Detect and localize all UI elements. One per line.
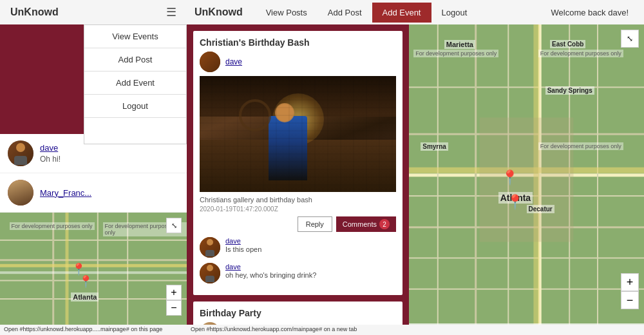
comment-avatar-1 <box>200 237 220 258</box>
big-map-dev-3: For development purposes only <box>538 142 623 150</box>
svg-rect-18 <box>437 24 439 335</box>
avatar-dave <box>8 140 33 166</box>
left-header: UnKnowd ☰ <box>0 0 187 24</box>
big-map-pin-2: 📍 <box>506 194 524 211</box>
comments-badge-1: 2 <box>379 219 390 229</box>
top-nav: UnKnowd View Posts Add Post Add Event Lo… <box>187 0 644 24</box>
nav-add-post[interactable]: Add Post <box>317 3 372 23</box>
left-map-dev-1: For development purposes only <box>10 222 95 230</box>
hamburger-icon[interactable]: ☰ <box>166 5 176 19</box>
svg-rect-9 <box>0 271 187 274</box>
left-status-bar: Open #https://unknowd.herokuapp.....main… <box>0 325 187 335</box>
comment-2: dave oh hey, who's bringing drink? <box>200 263 396 283</box>
svg-rect-19 <box>475 24 477 335</box>
comments-label-1: Comments <box>343 220 377 228</box>
comment-body-1: dave Is this open <box>225 237 261 254</box>
post-image-1 <box>200 76 396 192</box>
svg-rect-1 <box>0 280 187 282</box>
right-panel: UnKnowd View Posts Add Post Add Event Lo… <box>187 0 644 335</box>
comment-author-link-2[interactable]: dave <box>225 263 316 271</box>
svg-rect-17 <box>409 289 644 290</box>
big-map-sandy-springs: Sandy Springs <box>545 86 594 95</box>
big-map-zoom-controls: + − <box>621 273 639 309</box>
user-link-dave[interactable]: dave <box>40 143 61 153</box>
svg-rect-16 <box>409 258 644 259</box>
svg-rect-2 <box>0 240 187 241</box>
big-map-dev-2: For development purposes only <box>538 50 623 57</box>
big-map: Atlanta For development purposes only Fo… <box>409 24 644 335</box>
post-description-1: Christians gallery and birthday bash <box>200 196 396 204</box>
user-info-mary: Mary_Franc... <box>40 188 91 198</box>
big-map-decatur: Decatur <box>527 205 554 213</box>
dropdown-menu: View Events Add Post Add Event Logout We… <box>84 24 187 144</box>
post-date-1: 2020-01-19T01:47:20.000Z <box>200 206 396 213</box>
comment-1: dave Is this open <box>200 237 396 258</box>
right-status-bar: Open #https://unknowd.herokuapp.com/main… <box>187 325 644 335</box>
left-map: 📍 📍 Atlanta For development purposes onl… <box>0 213 187 335</box>
left-brand: UnKnowd <box>10 6 59 18</box>
comment-text-2: oh hey, who's bringing drink? <box>225 271 316 279</box>
svg-rect-11 <box>409 86 644 88</box>
dropdown-logout[interactable]: Logout <box>84 95 186 118</box>
user-info-dave: dave Oh hi! <box>40 143 61 164</box>
big-map-pin-1: 📍 <box>501 169 518 186</box>
right-brand: UnKnowd <box>194 6 243 18</box>
left-map-pin-2: 📍 <box>79 274 93 289</box>
post-header-1: dave <box>200 52 396 72</box>
big-map-svg <box>409 24 644 335</box>
user-card-mary: Mary_Franc... <box>0 173 187 213</box>
dropdown-add-post[interactable]: Add Post <box>84 48 186 72</box>
post-title-2: Birthday Party <box>200 308 396 318</box>
left-panel: UnKnowd ☰ View Events Add Post Add Event… <box>0 0 187 335</box>
feed: Christian's Birthday Bash dave <box>187 24 409 335</box>
dropdown-view-events[interactable]: View Events <box>84 25 186 48</box>
big-map-eastcobb: East Cobb <box>550 40 585 48</box>
left-map-bg: 📍 📍 Atlanta For development purposes onl… <box>0 213 187 335</box>
right-welcome: Welcome back dave! <box>544 8 636 17</box>
svg-rect-0 <box>0 259 187 261</box>
post-author-link-1[interactable]: dave <box>225 57 242 66</box>
nav-view-posts[interactable]: View Posts <box>256 3 317 23</box>
comment-text-1: Is this open <box>225 245 261 253</box>
user-bio-dave: Oh hi! <box>40 155 61 164</box>
big-map-zoom-out[interactable]: − <box>621 291 639 309</box>
nav-links: View Posts Add Post Add Event Logout <box>256 3 544 23</box>
left-map-zoom-out[interactable]: − <box>166 300 182 316</box>
left-map-expand-button[interactable]: ⤡ <box>166 218 182 233</box>
big-map-marietta: Marietta <box>444 40 475 49</box>
nav-add-event[interactable]: Add Event <box>372 3 431 23</box>
big-map-zoom-in[interactable]: + <box>621 273 639 291</box>
left-map-city: Atlanta <box>71 292 99 302</box>
svg-rect-23 <box>597 24 598 335</box>
left-map-zoom-controls: + − <box>166 285 182 316</box>
main-content: Christian's Birthday Bash dave <box>187 24 644 335</box>
post-author-avatar-1 <box>200 52 220 72</box>
user-link-mary[interactable]: Mary_Franc... <box>40 188 91 198</box>
big-map-smyrna: Smyrna <box>421 142 448 151</box>
big-map-expand-button[interactable]: ⤡ <box>621 30 639 48</box>
dropdown-add-event[interactable]: Add Event <box>84 72 186 95</box>
avatar-mary <box>8 180 33 206</box>
left-welcome-text: Welcome back dave! <box>84 120 186 144</box>
svg-rect-7 <box>0 264 187 267</box>
comments-button-1[interactable]: Comments 2 <box>336 216 396 232</box>
post-card-1: Christian's Birthday Bash dave <box>193 31 402 295</box>
post-actions-1: Reply Comments 2 <box>200 216 396 232</box>
comment-author-link-1[interactable]: dave <box>225 237 261 245</box>
left-map-zoom-in[interactable]: + <box>166 285 182 300</box>
reply-button-1[interactable]: Reply <box>298 216 332 232</box>
comment-avatar-2 <box>200 263 220 283</box>
big-map-dev-1: For development purposes only <box>413 50 498 57</box>
post-title-1: Christian's Birthday Bash <box>200 37 396 48</box>
svg-rect-26 <box>480 118 574 242</box>
comment-body-2: dave oh hey, who's bringing drink? <box>225 263 316 280</box>
nav-logout[interactable]: Logout <box>431 3 478 23</box>
